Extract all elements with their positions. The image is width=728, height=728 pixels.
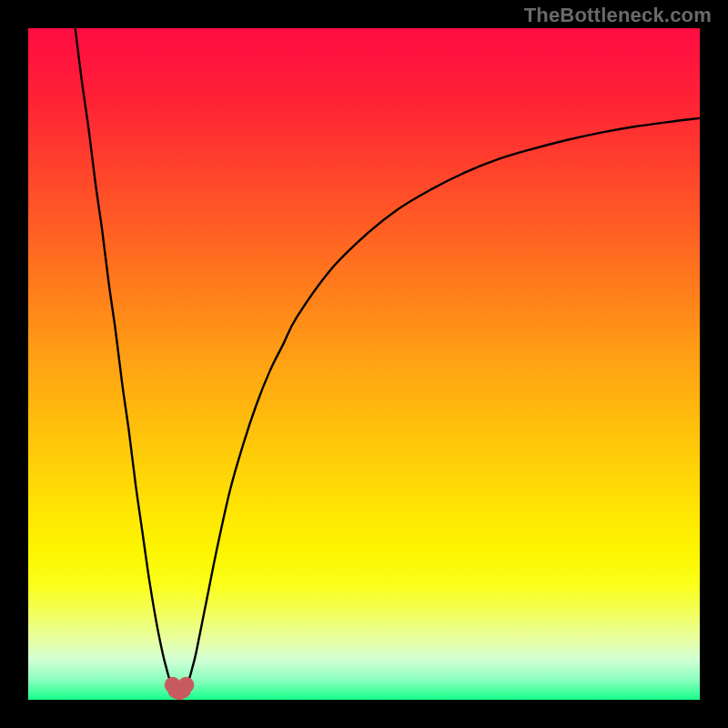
curve-cusp-markers [165,677,195,700]
curve-right-branch [186,118,700,685]
attribution-text: TheBottleneck.com [524,4,712,27]
svg-point-5 [177,677,194,693]
chart-frame: TheBottleneck.com [0,0,728,728]
curve-left-branch [76,28,173,685]
plot-area [28,28,700,700]
bottleneck-curve [28,28,700,700]
